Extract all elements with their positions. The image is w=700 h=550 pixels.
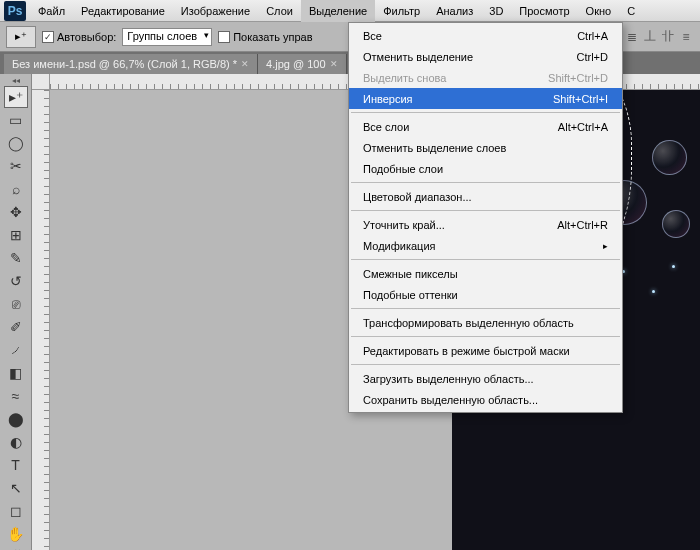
tool-button[interactable]: ◯ xyxy=(4,132,28,154)
menu-item[interactable]: Отменить выделениеCtrl+D xyxy=(349,46,622,67)
menu-анализ[interactable]: Анализ xyxy=(428,0,481,22)
menu-редактирование[interactable]: Редактирование xyxy=(73,0,173,22)
menu-item[interactable]: Смежные пикселы xyxy=(349,263,622,284)
tool-button[interactable]: T xyxy=(4,454,28,476)
align-icon[interactable]: 卝 xyxy=(660,29,676,45)
tool-button[interactable]: ✐ xyxy=(4,316,28,338)
auto-select-dropdown[interactable]: Группы слоев xyxy=(122,28,212,46)
align-icon[interactable]: 丄 xyxy=(642,29,658,45)
menu-файл[interactable]: Файл xyxy=(30,0,73,22)
tool-button[interactable]: ✋ xyxy=(4,523,28,545)
menu-item: Выделить сноваShift+Ctrl+D xyxy=(349,67,622,88)
auto-select-label: Автовыбор: xyxy=(57,31,116,43)
tool-button[interactable]: ☄ xyxy=(4,546,28,550)
tool-button[interactable]: ◧ xyxy=(4,362,28,384)
shortcut-label: Ctrl+D xyxy=(577,51,608,63)
align-icon[interactable]: ≡ xyxy=(678,29,694,45)
tool-button[interactable]: ◻ xyxy=(4,500,28,522)
tool-button[interactable]: ⎚ xyxy=(4,293,28,315)
tool-button[interactable]: ⊞ xyxy=(4,224,28,246)
menu-выделение[interactable]: Выделение xyxy=(301,0,375,22)
auto-select-checkbox[interactable]: ✓ xyxy=(42,31,54,43)
menu-separator xyxy=(351,364,620,365)
tool-button[interactable]: ◐ xyxy=(4,431,28,453)
ruler-vertical xyxy=(32,90,50,550)
menu-bar: Ps ФайлРедактированиеИзображениеСлоиВыде… xyxy=(0,0,700,22)
document-tab[interactable]: Без имени-1.psd @ 66,7% (Слой 1, RGB/8) … xyxy=(4,54,258,74)
tool-button[interactable]: ⌕ xyxy=(4,178,28,200)
menu-item[interactable]: Отменить выделение слоев xyxy=(349,137,622,158)
menu-item[interactable]: Все слоиAlt+Ctrl+A xyxy=(349,116,622,137)
document-tab[interactable]: 4.jpg @ 100✕ xyxy=(258,54,347,74)
menu-3d[interactable]: 3D xyxy=(481,0,511,22)
tool-button[interactable]: ⟋ xyxy=(4,339,28,361)
close-icon[interactable]: ✕ xyxy=(330,59,338,69)
menu-окно[interactable]: Окно xyxy=(578,0,620,22)
menu-separator xyxy=(351,182,620,183)
shortcut-label: Ctrl+A xyxy=(577,30,608,42)
toolbox: ◂◂ ▸⁺▭◯✂⌕✥⊞✎↺⎚✐⟋◧≈⬤◐T↖◻✋☄ xyxy=(0,74,32,550)
menu-с[interactable]: С xyxy=(619,0,643,22)
tool-button[interactable]: ✂ xyxy=(4,155,28,177)
menu-слои[interactable]: Слои xyxy=(258,0,301,22)
menu-item[interactable]: Уточнить край...Alt+Ctrl+R xyxy=(349,214,622,235)
selection-menu-dropdown: ВсеCtrl+AОтменить выделениеCtrl+DВыделит… xyxy=(348,22,623,413)
menu-separator xyxy=(351,336,620,337)
panel-collapse-icon[interactable]: ◂◂ xyxy=(2,76,30,85)
menu-item[interactable]: Модификация xyxy=(349,235,622,256)
ruler-corner xyxy=(32,74,50,90)
tool-button[interactable]: ↖ xyxy=(4,477,28,499)
app-logo: Ps xyxy=(4,1,26,21)
shortcut-label: Shift+Ctrl+I xyxy=(553,93,608,105)
menu-item[interactable]: Загрузить выделенную область... xyxy=(349,368,622,389)
menu-item[interactable]: Сохранить выделенную область... xyxy=(349,389,622,410)
tool-preset-picker[interactable]: ▸⁺ xyxy=(6,26,36,48)
shortcut-label: Alt+Ctrl+A xyxy=(558,121,608,133)
menu-separator xyxy=(351,210,620,211)
menu-item[interactable]: ВсеCtrl+A xyxy=(349,25,622,46)
menu-item[interactable]: Цветовой диапазон... xyxy=(349,186,622,207)
menu-item[interactable]: Редактировать в режиме быстрой маски xyxy=(349,340,622,361)
tool-button[interactable]: ✎ xyxy=(4,247,28,269)
menu-item[interactable]: Трансформировать выделенную область xyxy=(349,312,622,333)
close-icon[interactable]: ✕ xyxy=(241,59,249,69)
tool-button[interactable]: ▸⁺ xyxy=(4,86,28,108)
menu-просмотр[interactable]: Просмотр xyxy=(511,0,577,22)
menu-separator xyxy=(351,112,620,113)
tool-button[interactable]: ≈ xyxy=(4,385,28,407)
menu-separator xyxy=(351,308,620,309)
tool-button[interactable]: ▭ xyxy=(4,109,28,131)
menu-фильтр[interactable]: Фильтр xyxy=(375,0,428,22)
menu-separator xyxy=(351,259,620,260)
tool-button[interactable]: ↺ xyxy=(4,270,28,292)
show-controls-label: Показать управ xyxy=(233,31,312,43)
shortcut-label: Shift+Ctrl+D xyxy=(548,72,608,84)
menu-item[interactable]: ИнверсияShift+Ctrl+I xyxy=(349,88,622,109)
tool-button[interactable]: ✥ xyxy=(4,201,28,223)
menu-item[interactable]: Подобные оттенки xyxy=(349,284,622,305)
shortcut-label: Alt+Ctrl+R xyxy=(557,219,608,231)
menu-изображение[interactable]: Изображение xyxy=(173,0,258,22)
tool-button[interactable]: ⬤ xyxy=(4,408,28,430)
show-controls-checkbox[interactable] xyxy=(218,31,230,43)
align-icon[interactable]: ≣ xyxy=(624,29,640,45)
menu-item[interactable]: Подобные слои xyxy=(349,158,622,179)
